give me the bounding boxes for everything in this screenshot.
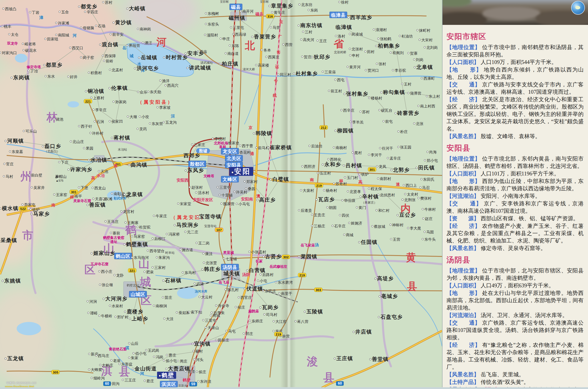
town-label: 丁岩 xyxy=(29,11,39,14)
scenic-site-label: 青岩绝石窟 xyxy=(109,348,127,351)
town-label: 肥泉 xyxy=(143,270,154,274)
road-number-badge: 212 xyxy=(319,126,328,130)
town-label: 大堰 xyxy=(127,115,137,119)
info-entry: 【风景名胜】 殷墟、文峰塔、袁林等。 xyxy=(447,132,584,140)
road-name-char: 京 xyxy=(248,126,253,130)
scenic-site-label: 修定寺塔 xyxy=(27,65,41,69)
city-label: 安阳 xyxy=(229,167,253,176)
tanghe-reservoir xyxy=(177,287,198,299)
town-label: 陈孔村 xyxy=(225,288,239,292)
town-label: 至邯郸 xyxy=(220,0,229,3)
town-label: 南东坊镇 xyxy=(298,23,323,28)
town-label: 刘岗 xyxy=(413,58,423,62)
info-entry: 【河流湖泊】 安阳河、小南海水库等。 xyxy=(447,192,584,200)
entry-label: 【地 形】 xyxy=(447,178,482,184)
city-label: 鹤壁 xyxy=(157,372,176,379)
town-label: 后遵贵 xyxy=(298,209,312,212)
town-label: 务本 xyxy=(261,48,271,52)
town-label: 田新庄 xyxy=(215,338,229,342)
town-label: 曹庄 xyxy=(166,354,176,357)
road-name-char: 港 xyxy=(250,152,254,156)
road-name-char: 客 xyxy=(277,50,280,54)
info-entry: 【经 济】 有“豫北粮仓”之称，农作物主产小麦、棉花、玉米、花生和无公害小杂粮等… xyxy=(447,341,584,371)
entry-label: 【人口面积】 xyxy=(447,59,481,65)
town-label: 西坡凸 xyxy=(2,7,16,11)
town-label: 三里屯 xyxy=(230,26,244,30)
town-label: 任固镇 xyxy=(358,240,378,245)
town-label: 侯庄 xyxy=(235,305,245,309)
town-label: 峪老将 xyxy=(22,42,36,46)
town-label: 申村 xyxy=(349,54,359,58)
town-label: 马召 xyxy=(419,186,430,190)
town-label: 太仓 xyxy=(8,33,18,36)
town-label: 白营镇 xyxy=(246,268,266,273)
town-label: 田氏镇 xyxy=(415,165,435,170)
town-label: 五陵镇 xyxy=(304,309,323,314)
town-label: 黄开河 xyxy=(347,65,361,69)
town-label: 东风乡 xyxy=(185,168,204,173)
town-label: 尚海 xyxy=(426,150,437,154)
town-label: 都里乡 xyxy=(43,62,63,67)
town-label: 杜村集乡 xyxy=(293,71,318,76)
town-label: 安丰乡 xyxy=(185,51,204,56)
town-label: 五合 xyxy=(59,10,69,14)
town-label: 母猪脑 xyxy=(80,26,94,30)
town-label: 孟辛庄 xyxy=(387,157,401,160)
town-label: 东水 xyxy=(45,75,55,78)
interchange-label: 鹤壁 xyxy=(183,378,191,382)
town-label: 三村 xyxy=(302,30,312,34)
town-label: 东牛头 xyxy=(422,238,436,241)
town-label: 将城 xyxy=(210,314,220,318)
town-label: 北东坊 xyxy=(299,3,312,7)
town-label: 河顺镇 xyxy=(5,138,24,143)
road-number-badge: 303 xyxy=(314,288,322,292)
town-label: 西韩化 xyxy=(327,158,342,162)
town-label: 河涧 xyxy=(87,300,97,303)
scenic-site-label: 扁鹊庙 xyxy=(248,310,259,313)
interchange-label: 汤阴 xyxy=(242,273,250,277)
town-label: 苏村 xyxy=(359,110,370,114)
town-label: 西龙山 xyxy=(92,186,106,190)
town-label: 北山庄 xyxy=(70,140,84,144)
town-label: 郑小屯 xyxy=(424,159,438,162)
info-entry: 【交 通】 京广铁路、京广客运专线、京港澳高速公路和107国道纵贯全境。汤鹤、汤… xyxy=(447,319,584,341)
town-label: 铁炉 xyxy=(358,172,369,176)
town-label: 沙帽山 xyxy=(55,175,67,179)
town-label: 横水镇 xyxy=(0,206,19,211)
town-label: 活水村 xyxy=(195,191,209,195)
town-label: 五龙沟 xyxy=(163,121,177,124)
road-number-badge: 221 xyxy=(128,268,136,273)
town-label: 南开河 xyxy=(240,9,254,13)
town-label: 官庄 xyxy=(3,162,14,166)
town-label: 李谷驼 xyxy=(392,69,406,72)
town-label: 西于曹 xyxy=(239,144,253,148)
town-label: 三家村 xyxy=(152,266,166,270)
info-entry: 【地理位置】 位于市境中部，南邻鹤壁市和汤阴县，其余三面被安阳县所环抱。 xyxy=(447,43,584,58)
map-license-number: 审图号:JS(2016)01-110 xyxy=(6,382,36,384)
region-name-char: 河 xyxy=(156,37,167,47)
town-label: 城关镇 xyxy=(223,271,240,276)
town-label: 菜园镇 xyxy=(298,254,317,259)
town-label: 北伏恩村 xyxy=(377,193,395,197)
town-label: 君庄 xyxy=(144,379,154,383)
town-label: 辛村镇 xyxy=(360,194,379,199)
water-name-label: 城 xyxy=(130,54,134,58)
town-label: 东姚镇 xyxy=(2,278,21,283)
town-label: 井店镇 xyxy=(353,329,372,334)
town-label: 砚瓦台 xyxy=(379,109,392,112)
town-label: 西艾口 xyxy=(69,46,83,50)
info-entry: 【地理位置】 位于市境中部，北与安阳市辖区、安阳县为邻，东接内黄县，西、南连鹤壁… xyxy=(447,267,584,282)
district-box-label: 磁县 xyxy=(230,4,242,10)
scenic-site-label: 岳武穆祖坟 xyxy=(270,265,287,268)
town-label: 寨前 xyxy=(110,231,120,235)
town-label: 西高绿 xyxy=(232,33,246,36)
town-label: 杨奇村 xyxy=(323,189,337,193)
town-label: 清池 xyxy=(53,117,63,121)
town-label: 施古道 xyxy=(179,248,193,252)
town-label: 山后 xyxy=(128,342,138,346)
town-label: 张村集乡 xyxy=(344,91,368,96)
interchange-label: 磁县 xyxy=(255,12,263,16)
town-label: 黄辛庄 xyxy=(271,11,285,14)
town-label: 可乐山 xyxy=(23,130,37,133)
district-box-label: 北关区 xyxy=(225,155,242,162)
